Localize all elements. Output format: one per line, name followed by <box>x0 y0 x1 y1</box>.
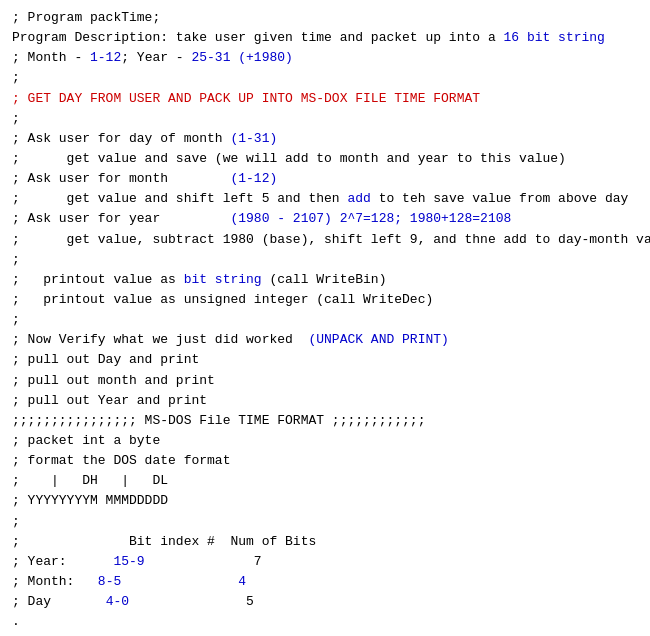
code-segment: to teh save value from above day <box>371 191 628 206</box>
code-segment: ; get value and shift left 5 and then <box>12 191 347 206</box>
code-line: ; format the DOS date format <box>12 451 638 471</box>
code-line: ; Bit index # Num of Bits <box>12 532 638 552</box>
code-segment: (1-31) <box>230 131 277 146</box>
code-line: ; get value, subtract 1980 (base), shift… <box>12 230 638 250</box>
code-segment <box>121 574 238 589</box>
code-segment: 5 <box>129 594 254 609</box>
code-segment: 15-9 <box>113 554 144 569</box>
code-line: ; Ask user for year (1980 - 2107) 2^7=12… <box>12 209 638 229</box>
code-segment: (UNPACK AND PRINT) <box>308 332 448 347</box>
code-segment: (1-12) <box>230 171 277 186</box>
code-line: ; get value and save (we will add to mon… <box>12 149 638 169</box>
code-line: ; Day 4-0 5 <box>12 592 638 612</box>
code-line: ; Month: 8-5 4 <box>12 572 638 592</box>
code-line: ; GET DAY FROM USER AND PACK UP INTO MS-… <box>12 89 638 109</box>
code-segment: ; GET DAY FROM USER AND PACK UP INTO MS-… <box>12 91 480 106</box>
code-segment: ; Year: <box>12 554 113 569</box>
code-segment: 7 <box>145 554 262 569</box>
code-segment: ; Now Verify what we just did worked <box>12 332 308 347</box>
code-line: ; Year: 15-9 7 <box>12 552 638 572</box>
code-line: ; packet int a byte <box>12 431 638 451</box>
code-segment: (call WriteBin) <box>262 272 387 287</box>
code-segment: 1-12 <box>90 50 121 65</box>
code-segment: (1980 - 2107) 2^7=128; 1980+128=2108 <box>230 211 511 226</box>
code-line: ; | DH | DL <box>12 471 638 491</box>
code-segment: 4-0 <box>106 594 129 609</box>
code-segment: ; Month: <box>12 574 98 589</box>
code-line: ; pull out month and print <box>12 371 638 391</box>
code-segment: ;;;;;;;;;;;;;;;; MS-DOS File TIME FORMAT… <box>12 413 425 428</box>
code-line: ; printout value as bit string (call Wri… <box>12 270 638 290</box>
code-segment: ; Ask user for day of month <box>12 131 230 146</box>
code-line: ; get value and shift left 5 and then ad… <box>12 189 638 209</box>
code-segment: 25-31 (+1980) <box>191 50 292 65</box>
code-line: ; Program packTime; <box>12 8 638 28</box>
code-segment: ; printout value as <box>12 272 184 287</box>
code-line: ; Ask user for day of month (1-31) <box>12 129 638 149</box>
code-segment: ; Day <box>12 594 106 609</box>
code-line: ; <box>12 250 638 270</box>
code-line: ; pull out Day and print <box>12 350 638 370</box>
code-line: ; pull out Year and print <box>12 391 638 411</box>
code-line: ; Month - 1-12; Year - 25-31 (+1980) <box>12 48 638 68</box>
code-line: ; <box>12 68 638 88</box>
code-line: . <box>12 612 638 632</box>
code-line: ;;;;;;;;;;;;;;;; MS-DOS File TIME FORMAT… <box>12 411 638 431</box>
code-line: ; <box>12 512 638 532</box>
code-segment: 4 <box>238 574 246 589</box>
code-segment: add <box>347 191 370 206</box>
code-segment: 16 bit string <box>503 30 604 45</box>
code-line: ; Now Verify what we just did worked (UN… <box>12 330 638 350</box>
code-segment: bit string <box>184 272 262 287</box>
code-line: Program Description: take user given tim… <box>12 28 638 48</box>
code-segment: ; Year - <box>121 50 191 65</box>
code-line: ; YYYYYYYYM MMMDDDDD <box>12 491 638 511</box>
code-line: ; printout value as unsigned integer (ca… <box>12 290 638 310</box>
code-line: ; Ask user for month (1-12) <box>12 169 638 189</box>
code-line: ; <box>12 310 638 330</box>
code-segment: ; Ask user for month <box>12 171 230 186</box>
code-segment: ; Month - <box>12 50 90 65</box>
code-container: ; Program packTime;Program Description: … <box>12 8 638 632</box>
code-segment: ; Ask user for year <box>12 211 230 226</box>
code-segment: 8-5 <box>98 574 121 589</box>
code-line: ; <box>12 109 638 129</box>
code-segment: Program Description: take user given tim… <box>12 30 503 45</box>
